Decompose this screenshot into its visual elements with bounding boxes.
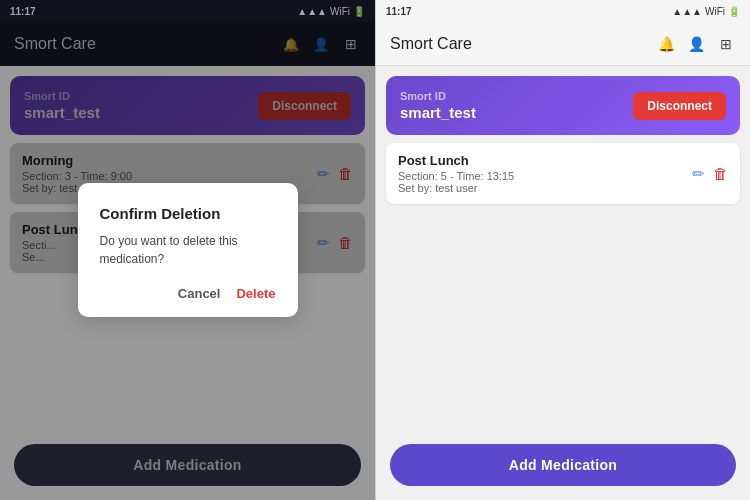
right-medication-postlunch: Post Lunch Section: 5 - Time: 13:15 Set … xyxy=(386,143,740,204)
dialog-title: Confirm Deletion xyxy=(100,205,276,222)
right-med-postlunch-info: Post Lunch Section: 5 - Time: 13:15 Set … xyxy=(398,153,692,194)
right-add-med-bar: Add Medication xyxy=(376,434,750,500)
right-disconnect-button[interactable]: Disconnect xyxy=(633,92,726,120)
right-signal-icon: ▲▲▲ xyxy=(672,6,702,17)
right-med-postlunch-actions xyxy=(692,165,728,183)
dialog-delete-button[interactable]: Delete xyxy=(236,286,275,301)
right-med-postlunch-edit-button[interactable] xyxy=(692,165,705,183)
right-wifi-icon: WiFi xyxy=(705,6,725,17)
right-smort-id-card: Smort ID smart_test Disconnect xyxy=(386,76,740,135)
right-status-bar: 11:17 ▲▲▲ WiFi 🔋 xyxy=(376,0,750,22)
right-smort-id-value: smart_test xyxy=(400,104,476,121)
right-smort-id-info: Smort ID smart_test xyxy=(400,90,476,121)
right-status-icons: ▲▲▲ WiFi 🔋 xyxy=(672,6,740,17)
confirm-deletion-overlay: Confirm Deletion Do you want to delete t… xyxy=(0,0,375,500)
left-phone-panel: 11:17 ▲▲▲ WiFi 🔋 Smort Care ⊞ Smort ID s… xyxy=(0,0,375,500)
right-app-bar: Smort Care 🔔 👤 ⊞ xyxy=(376,22,750,66)
right-bell-icon[interactable]: 🔔 xyxy=(656,34,676,54)
dialog-cancel-button[interactable]: Cancel xyxy=(178,286,221,301)
right-person-icon[interactable]: 👤 xyxy=(686,34,706,54)
right-med-postlunch-delete-button[interactable] xyxy=(713,165,728,182)
right-phone-panel: 11:17 ▲▲▲ WiFi 🔋 Smort Care 🔔 👤 ⊞ Smort … xyxy=(375,0,750,500)
right-battery-icon: 🔋 xyxy=(728,6,740,17)
right-med-postlunch-name: Post Lunch xyxy=(398,153,692,168)
right-logout-icon[interactable]: ⊞ xyxy=(716,34,736,54)
right-add-medication-button[interactable]: Add Medication xyxy=(390,444,736,486)
right-smort-id-label: Smort ID xyxy=(400,90,476,102)
dialog-message: Do you want to delete this medication? xyxy=(100,232,276,268)
confirm-deletion-dialog: Confirm Deletion Do you want to delete t… xyxy=(78,183,298,317)
right-med-postlunch-section: Section: 5 - Time: 13:15 xyxy=(398,170,692,182)
right-app-bar-icons: 🔔 👤 ⊞ xyxy=(656,34,736,54)
right-med-postlunch-setby: Set by: test user xyxy=(398,182,692,194)
dialog-actions: Cancel Delete xyxy=(100,286,276,301)
right-content: Smort ID smart_test Disconnect Post Lunc… xyxy=(376,66,750,434)
right-app-title: Smort Care xyxy=(390,35,646,53)
right-status-time: 11:17 xyxy=(386,6,412,17)
